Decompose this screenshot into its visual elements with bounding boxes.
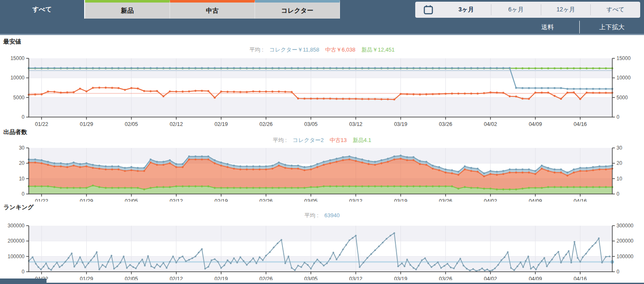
chart-title-lowest-price: 最安値 [3,38,21,45]
svg-text:03/12: 03/12 [349,198,362,202]
svg-text:03/19: 03/19 [394,276,407,280]
svg-text:200000: 200000 [617,238,633,244]
svg-text:04/02: 04/02 [484,276,497,280]
tab-collector-label: コレクター [281,7,313,15]
svg-text:04/09: 04/09 [529,276,542,280]
ranking-chart: 0010000010000020000020000030000030000001… [0,221,644,280]
tab-all[interactable]: すべて [0,0,85,19]
svg-text:03/26: 03/26 [439,198,452,202]
svg-text:30: 30 [19,146,25,151]
seller-count-chart: 0010102020303001/2201/2902/0502/1202/190… [0,146,644,202]
expand-vertical-toggle[interactable]: 上下拡大 [580,23,644,31]
svg-text:03/19: 03/19 [394,198,407,202]
svg-text:04/09: 04/09 [529,198,542,202]
chart-head: 出品者数 [0,128,644,137]
svg-text:02/05: 02/05 [125,121,138,126]
period-3months[interactable]: 3ヶ月 [441,6,491,14]
svg-text:10: 10 [19,176,25,182]
svg-text:20: 20 [19,160,25,166]
svg-text:02/05: 02/05 [125,276,138,280]
chart-head: ランキング [0,203,644,212]
period-all[interactable]: すべて [591,6,640,14]
svg-text:04/02: 04/02 [484,198,497,202]
svg-text:10: 10 [617,176,622,182]
svg-text:02/19: 02/19 [214,276,227,280]
svg-text:04/16: 04/16 [574,276,587,280]
legend-item: 中古13 [330,137,347,143]
svg-text:0: 0 [617,114,619,120]
tab-all-label: すべて [32,5,52,14]
svg-text:04/02: 04/02 [484,121,497,126]
svg-text:30: 30 [617,146,622,151]
period-selector: 3ヶ月 6ヶ月 12ヶ月 すべて [415,2,640,18]
seller-count-average-legend: 平均 :コレクター2中古13新品4.1 [0,137,644,146]
svg-text:0: 0 [22,114,25,120]
svg-text:01/29: 01/29 [80,121,93,126]
chart-head: 最安値 [0,38,644,46]
lowest-price-average-legend: 平均 :コレクター￥11,858中古￥6,038新品￥12,451 [0,46,644,55]
svg-text:01/22: 01/22 [35,121,48,126]
svg-text:04/16: 04/16 [574,198,587,202]
tab-new-label: 新品 [121,7,134,15]
period-12months[interactable]: 12ヶ月 [541,6,591,14]
ranking-section: ランキング 平均 :63940 001000001000002000002000… [0,203,644,280]
svg-text:04/09: 04/09 [529,121,542,126]
svg-text:03/12: 03/12 [349,121,362,126]
svg-text:03/05: 03/05 [304,198,318,202]
calendar-icon[interactable] [415,5,441,15]
lowest-price-section: 最安値 平均 :コレクター￥11,858中古￥6,038新品￥12,451 00… [0,38,644,126]
svg-text:03/19: 03/19 [394,121,407,126]
svg-text:03/12: 03/12 [349,276,362,280]
svg-text:300000: 300000 [617,223,633,229]
tab-used-label: 中古 [206,7,219,15]
legend-prefix: 平均 : [249,46,263,53]
svg-text:02/26: 02/26 [259,276,272,280]
svg-text:200000: 200000 [8,238,25,244]
tab-new[interactable]: 新品 [85,0,170,19]
legend-item: 63940 [324,212,340,218]
svg-text:02/12: 02/12 [170,198,183,202]
seller-count-section: 出品者数 平均 :コレクター2中古13新品4.1 001010202030300… [0,128,644,202]
tab-collector[interactable]: コレクター [255,0,340,19]
svg-text:01/29: 01/29 [80,276,93,280]
svg-text:03/26: 03/26 [439,276,452,280]
header-links: 送料 上下拡大 [516,20,644,34]
shipping-toggle[interactable]: 送料 [516,23,579,31]
legend-item: 新品4.1 [353,137,371,143]
header: すべて 新品 中古 コレクター 3ヶ月 6ヶ月 12ヶ月 すべて 送料 上下 [0,0,644,35]
svg-text:02/05: 02/05 [125,198,138,202]
svg-text:02/12: 02/12 [170,276,183,280]
chart-title-seller-count: 出品者数 [3,128,27,135]
legend-item: 新品￥12,451 [362,46,395,53]
svg-text:5000: 5000 [617,95,628,101]
svg-text:0: 0 [617,191,619,197]
svg-text:01/29: 01/29 [80,198,93,202]
svg-text:02/19: 02/19 [214,198,227,202]
svg-text:10000: 10000 [617,75,631,81]
svg-text:0: 0 [22,269,25,275]
period-6months[interactable]: 6ヶ月 [491,6,541,14]
chart-title-ranking: ランキング [3,204,34,210]
tab-used[interactable]: 中古 [170,0,255,19]
svg-text:03/05: 03/05 [304,276,318,280]
legend-item: コレクター￥11,858 [269,46,319,53]
legend-item: コレクター2 [293,137,323,143]
svg-text:0: 0 [617,269,619,275]
svg-text:15000: 15000 [617,55,631,61]
svg-text:03/26: 03/26 [439,121,452,126]
svg-text:02/26: 02/26 [259,121,272,126]
svg-text:04/16: 04/16 [574,121,587,126]
svg-text:15000: 15000 [11,55,25,61]
svg-text:0: 0 [22,191,25,197]
lowest-price-chart: 00500050001000010000150001500001/2201/29… [0,55,644,126]
legend-prefix: 平均 : [304,212,318,218]
svg-text:5000: 5000 [13,95,25,101]
svg-text:02/26: 02/26 [259,198,272,202]
svg-text:100000: 100000 [8,254,25,259]
svg-text:02/19: 02/19 [214,121,227,126]
svg-text:01/22: 01/22 [35,198,48,202]
svg-text:02/12: 02/12 [170,121,183,126]
svg-text:20: 20 [617,160,622,166]
legend-prefix: 平均 : [273,137,287,143]
next-section-tab-edge [0,279,47,284]
